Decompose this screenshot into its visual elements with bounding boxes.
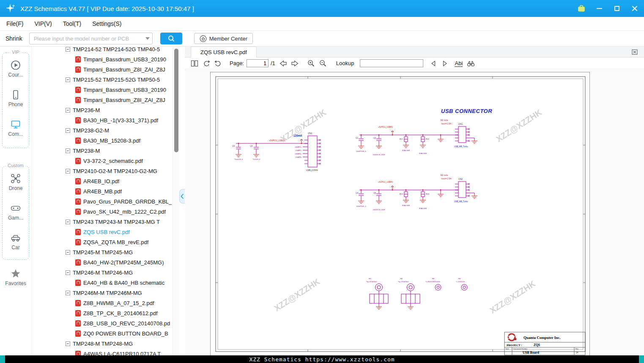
rail-item-computer[interactable]: Com... [3, 119, 29, 137]
tree-file-row[interactable]: BA30_HB_-1(V3-331_371).pdf [32, 115, 173, 125]
member-center-button[interactable]: Member Center [194, 33, 253, 44]
collapse-icon[interactable] [66, 341, 70, 346]
zoom-out-button[interactable] [318, 59, 328, 68]
lookup-input[interactable] [360, 59, 423, 67]
titleblock-rev-label: Rev [575, 348, 578, 350]
cap-value: 100U/6.3V_3528 [373, 209, 385, 211]
tree-group-row[interactable]: TMP214-52 TMP214-52G TMP40-5 [32, 47, 173, 54]
search-button[interactable] [160, 33, 182, 44]
combo-caret-icon[interactable] [145, 37, 150, 40]
tree-file-row[interactable]: BA30_MB_15208-3.pdf [32, 135, 173, 146]
tree-group-row[interactable]: TMP215-52 TMP215-52G TMP50-5 [32, 74, 173, 85]
page-number-input[interactable] [247, 59, 269, 67]
rotate-right-button[interactable] [214, 59, 223, 68]
tree-file-row[interactable]: ZQ0 POWER BUTTON BOARD_B [32, 328, 173, 338]
pdf-toolbar: Page: /1 [185, 58, 644, 69]
tree-file-row[interactable]: Z8B_TP_CK_B_20140612.pdf [32, 308, 173, 318]
tree-file-row[interactable]: AR4EB_IO.pdf [32, 176, 173, 186]
rail-item-game[interactable]: Gam... [3, 203, 29, 221]
document-tab[interactable]: ZQS USB revC.pdf [191, 47, 257, 58]
tree-group-row[interactable]: TMP238-G2-M [32, 125, 173, 135]
close-button[interactable] [629, 3, 641, 14]
rail-item-course[interactable]: Cour... [3, 60, 29, 78]
feedback-icon[interactable] [575, 3, 587, 14]
rail-item-label: Drone [9, 185, 23, 191]
tree-group-row[interactable]: TMP246-M TMP246-MG [32, 267, 173, 278]
previous-result-button[interactable] [428, 59, 438, 68]
cap-ref: C3 [250, 145, 252, 147]
rail-item-drone[interactable]: Drone [3, 173, 29, 191]
model-search-input[interactable] [29, 33, 153, 44]
two-page-view-button[interactable] [190, 59, 199, 68]
collapse-icon[interactable] [66, 250, 70, 255]
maximize-button[interactable] [611, 3, 623, 14]
tree-file-row[interactable]: AR4EB_MB.pdf [32, 186, 173, 196]
tree-file-row[interactable]: ZQS USB revC.pdf [32, 227, 173, 237]
cap-value: *10u/6.3V_6 [234, 159, 243, 160]
tree-group-row[interactable]: TMP246M-M TMP246M-MG [32, 288, 173, 298]
tree-file-row[interactable]: Timpani_Bassdrum_USB3_20190 [32, 85, 173, 95]
tree-file-row[interactable]: Timpani_Bassdrum_Z8I_ZAI_Z8J [32, 64, 173, 74]
close-document-button[interactable] [631, 49, 638, 55]
tree-file-row[interactable]: V3-372-2_schematic.pdf [32, 156, 173, 166]
tree-group-row[interactable]: TMP248-M TMP248-MG [32, 338, 173, 349]
tree-scrollbar-thumb[interactable] [174, 49, 178, 152]
tree-file-row[interactable]: EA40_HB & BA40_HB schematic [32, 278, 173, 288]
next-result-button[interactable] [440, 59, 449, 68]
minimize-button[interactable] [593, 3, 605, 14]
window-title: XZZ Schematics V4.77 [ VIP Due date: 202… [20, 5, 194, 12]
tree-group-row[interactable]: TMP243 TMP243-M TMP243-MG T [32, 217, 173, 227]
previous-page-button[interactable] [279, 59, 288, 68]
tree-file-row[interactable]: Z8B_HWMB_A_07_15_2.pdf [32, 298, 173, 308]
pdf-file-icon [75, 56, 81, 63]
arrow-left-icon [279, 60, 287, 67]
tree-item-label: Pavo_SK_U42_mlb_1222_C2.pdf [83, 209, 166, 215]
tree-file-row[interactable]: Timpani_Bassdrum_USB3_20190 [32, 54, 173, 64]
routing-note: 60 mils [441, 174, 448, 176]
car-icon [10, 232, 21, 243]
tree-group-row[interactable]: TMP245-M TMP245-MG [32, 247, 173, 257]
rail-item-favorites[interactable]: Favorites [0, 268, 31, 286]
collapse-icon[interactable] [66, 220, 70, 224]
collapse-icon[interactable] [66, 270, 70, 275]
next-page-button[interactable] [290, 59, 300, 68]
collapse-icon[interactable] [66, 148, 70, 153]
tree-item-label: Z8B_TP_CK_B_20140612.pdf [83, 310, 158, 316]
tree-group-row[interactable]: TMP238-M [32, 146, 173, 156]
shrink-button[interactable]: Shrink [3, 33, 25, 44]
cap-ref: C1 [356, 137, 358, 139]
tree-file-row[interactable]: BA40_HW-2(TMP245M_245MG) [32, 257, 173, 267]
collapse-icon[interactable] [66, 47, 70, 52]
collapse-icon[interactable] [66, 128, 70, 133]
tree-item-label: BA40_HW-2(TMP245M_245MG) [83, 259, 164, 266]
advanced-search-button[interactable] [466, 59, 475, 68]
tree-file-row[interactable]: ZQSA_ZQTA MB_revE.pdf [32, 237, 173, 247]
menu-file[interactable]: File(F) [6, 20, 23, 27]
tree-file-row[interactable]: Z8B_USB_IO_REVC_20140708.pd [32, 318, 173, 328]
tree-file-row[interactable]: Timpani_Bassdrum_Z8I_ZAI_Z8J [32, 95, 173, 105]
rail-item-phone[interactable]: Phone [3, 89, 29, 107]
collapse-panel-button[interactable] [179, 189, 185, 204]
tree-scrollbar[interactable] [173, 47, 179, 355]
vip-section-label: VIP [10, 50, 21, 55]
tree-group-row[interactable]: TMP236-M [32, 105, 173, 115]
menu-settings[interactable]: Settings(S) [92, 20, 121, 27]
page-canvas[interactable]: USB CONNECTOR C6 *10u/6.3V_6 C3 *1U/10V_… [210, 72, 590, 355]
search-icon [167, 35, 175, 42]
tree-file-row[interactable]: Pavo_SK_U42_mlb_1222_C2.pdf [32, 206, 173, 217]
tree-file-row[interactable]: A4WAS LA-C611PR10 0717A T [32, 349, 173, 355]
tree-group-row[interactable]: TMP2410-G2-M TMP2410-G2-MG [32, 166, 173, 176]
zoom-in-button[interactable] [307, 59, 316, 68]
rotate-left-button[interactable] [202, 59, 211, 68]
collapse-icon[interactable] [66, 108, 70, 113]
collapse-icon[interactable] [66, 291, 70, 295]
menu-vip[interactable]: VIP(V) [34, 20, 52, 27]
tree-file-row[interactable]: Pavo_Grus_PARDB_GRRDB_KBL_ [32, 196, 173, 206]
menu-tool[interactable]: Tool(T) [63, 20, 82, 27]
play-circle-icon [10, 60, 21, 71]
match-case-button[interactable]: Abi [455, 60, 463, 67]
collapse-icon[interactable] [66, 77, 70, 82]
pdf-file-icon [75, 138, 81, 144]
rail-item-car[interactable]: Car [3, 232, 29, 250]
collapse-icon[interactable] [66, 169, 70, 173]
